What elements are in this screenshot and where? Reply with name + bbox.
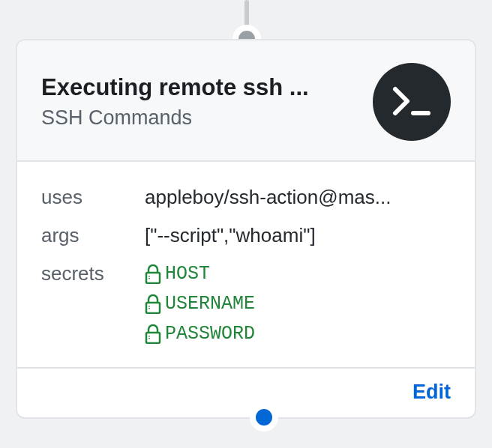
secret-item: USERNAME (145, 289, 451, 319)
svg-rect-5 (146, 333, 160, 343)
edit-button[interactable]: Edit (412, 381, 451, 404)
secrets-list: HOST USERNAME PASSWORD (145, 259, 451, 349)
step-title: Executing remote ssh ... (41, 73, 361, 101)
header-text: Executing remote ssh ... SSH Commands (41, 73, 373, 130)
uses-label: uses (41, 183, 145, 212)
step-subtitle: SSH Commands (41, 106, 361, 130)
secret-item: HOST (145, 259, 451, 289)
lock-icon (145, 294, 161, 314)
secrets-label: secrets (41, 259, 145, 288)
svg-rect-3 (146, 303, 160, 313)
uses-row: uses appleboy/ssh-action@mas... (41, 183, 451, 212)
card-header: Executing remote ssh ... SSH Commands (17, 40, 475, 162)
card-footer: Edit (17, 367, 475, 417)
terminal-badge (373, 63, 451, 141)
workflow-node-bottom-connector (250, 403, 278, 432)
secret-name: PASSWORD (165, 319, 255, 349)
lock-icon (145, 324, 161, 344)
secret-name: HOST (165, 259, 210, 289)
terminal-icon (391, 85, 433, 119)
workflow-node-bottom-dot (256, 409, 272, 426)
uses-value: appleboy/ssh-action@mas... (145, 183, 451, 212)
args-row: args ["--script","whoami"] (41, 221, 451, 250)
secrets-row: secrets HOST USERNAME (41, 259, 451, 349)
args-value: ["--script","whoami"] (145, 221, 451, 250)
workflow-step-card: Executing remote ssh ... SSH Commands us… (16, 39, 476, 419)
svg-rect-1 (146, 273, 160, 283)
lock-icon (145, 264, 161, 284)
secret-name: USERNAME (165, 289, 255, 319)
secret-item: PASSWORD (145, 319, 451, 349)
args-label: args (41, 221, 145, 250)
card-body: uses appleboy/ssh-action@mas... args ["-… (17, 162, 475, 367)
